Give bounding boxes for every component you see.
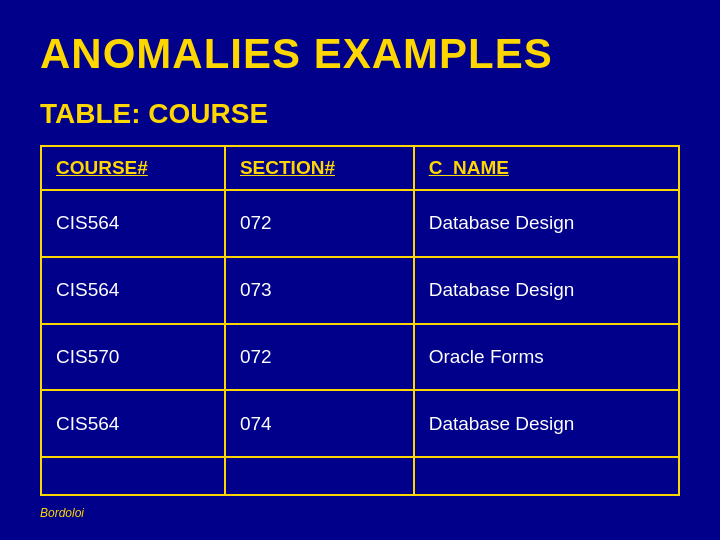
- cell-section-3: 074: [225, 390, 414, 457]
- cell-course-1: CIS564: [41, 257, 225, 324]
- cell-cname-2: Oracle Forms: [414, 324, 679, 391]
- table-row: CIS564074Database Design: [41, 390, 679, 457]
- col-header-section: SECTION#: [225, 146, 414, 190]
- cell-course-4: [41, 457, 225, 495]
- table-header-row: COURSE# SECTION# C_NAME: [41, 146, 679, 190]
- cell-course-0: CIS564: [41, 190, 225, 257]
- footer-label: Bordoloi: [40, 506, 680, 520]
- cell-cname-4: [414, 457, 679, 495]
- cell-section-1: 073: [225, 257, 414, 324]
- table-row: CIS564073Database Design: [41, 257, 679, 324]
- table-row: [41, 457, 679, 495]
- cell-cname-3: Database Design: [414, 390, 679, 457]
- table-row: CIS564072Database Design: [41, 190, 679, 257]
- page-title: ANOMALIES EXAMPLES: [40, 30, 680, 78]
- cell-course-3: CIS564: [41, 390, 225, 457]
- cell-section-4: [225, 457, 414, 495]
- table-row: CIS570072Oracle Forms: [41, 324, 679, 391]
- cell-cname-1: Database Design: [414, 257, 679, 324]
- table-label: TABLE: COURSE: [40, 98, 680, 130]
- main-container: ANOMALIES EXAMPLES TABLE: COURSE COURSE#…: [0, 0, 720, 540]
- cell-section-0: 072: [225, 190, 414, 257]
- cell-cname-0: Database Design: [414, 190, 679, 257]
- col-header-course: COURSE#: [41, 146, 225, 190]
- course-table: COURSE# SECTION# C_NAME CIS564072Databas…: [40, 145, 680, 496]
- cell-course-2: CIS570: [41, 324, 225, 391]
- col-header-cname: C_NAME: [414, 146, 679, 190]
- cell-section-2: 072: [225, 324, 414, 391]
